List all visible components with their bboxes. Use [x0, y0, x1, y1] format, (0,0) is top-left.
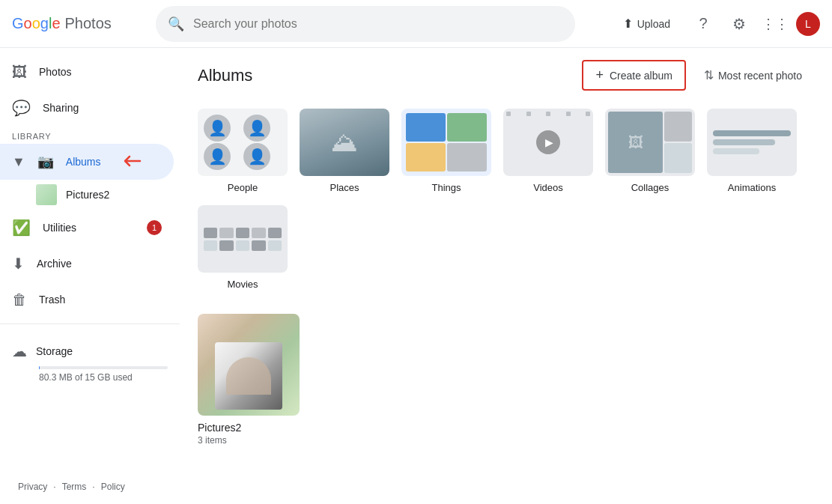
album-cover-pictures2 [198, 314, 300, 416]
sidebar-trash-label: Trash [39, 294, 65, 306]
apps-button[interactable]: ⋮⋮ [760, 9, 790, 39]
things-label: Things [401, 182, 491, 193]
dot-2: · [92, 482, 94, 492]
upload-button[interactable]: ⬆ Upload [611, 10, 682, 37]
search-icon: 🔍 [168, 16, 184, 32]
utilities-badge: 1 [147, 220, 162, 235]
content-area: Albums + Create album ⇅ Most recent phot… [180, 48, 832, 470]
album-card-pictures2[interactable]: Pictures2 3 items [198, 314, 300, 446]
create-album-label: Create album [610, 70, 672, 82]
create-album-button[interactable]: + Create album [582, 60, 686, 91]
sidebar-item-photos[interactable]: 🖼 Photos [0, 54, 174, 90]
privacy-link[interactable]: Privacy [18, 482, 47, 492]
plus-icon: + [595, 67, 604, 83]
sidebar-utilities-label: Utilities [43, 222, 76, 234]
topbar-right: ⬆ Upload ? ⚙ ⋮⋮ L [611, 9, 820, 39]
face-circle-3: 👤 [204, 143, 231, 170]
storage-label: ☁ Storage [12, 342, 168, 360]
help-icon: ? [699, 15, 707, 32]
logo: Google Photos [12, 15, 147, 32]
landscape-icon: ⛰ [331, 127, 358, 158]
trash-icon: 🗑 [12, 291, 27, 309]
dot-1: · [53, 482, 55, 492]
terms-link[interactable]: Terms [62, 482, 87, 492]
sort-icon: ⇅ [704, 68, 714, 82]
places-thumb: ⛰ [300, 109, 389, 176]
upload-label: Upload [637, 18, 670, 30]
arrow-indicator [119, 154, 143, 170]
photos-logo-text: Photos [65, 15, 112, 32]
sidebar-divider [0, 324, 180, 324]
upload-icon: ⬆ [623, 16, 633, 31]
content-header: Albums + Create album ⇅ Most recent phot… [198, 60, 814, 91]
chevron-down-icon: ▼ [12, 154, 25, 170]
category-places[interactable]: ⛰ Places [300, 109, 389, 193]
header-actions: + Create album ⇅ Most recent photo [582, 60, 814, 91]
settings-button[interactable]: ⚙ [724, 9, 754, 39]
category-animations[interactable]: Animations [707, 109, 797, 193]
sidebar-photos-label: Photos [39, 66, 72, 78]
sidebar-item-sharing[interactable]: 💬 Sharing [0, 90, 174, 126]
avatar[interactable]: L [796, 12, 820, 36]
google-logo: Google [12, 15, 61, 32]
collages-thumb: 🖼 [605, 109, 695, 176]
search-input[interactable] [193, 17, 563, 31]
face-circle-4: 👤 [243, 143, 270, 170]
sidebar-sharing-label: Sharing [43, 102, 79, 114]
storage-bar-fill [39, 366, 40, 369]
face-circle-1: 👤 [204, 115, 231, 142]
sidebar-albums-label: Albums [66, 156, 101, 168]
album-categories: 👤 👤 👤 👤 People ⛰ Places [198, 109, 814, 290]
main-layout: 🖼 Photos 💬 Sharing LIBRARY ▼ 📷 Albums Pi… [0, 48, 832, 470]
page-title: Albums [198, 66, 582, 85]
category-things[interactable]: Things [401, 109, 491, 193]
library-section-label: LIBRARY [0, 126, 180, 144]
sidebar-archive-label: Archive [37, 258, 72, 270]
policy-link[interactable]: Policy [101, 482, 125, 492]
face-circle-2: 👤 [243, 115, 270, 142]
sub-album-label: Pictures2 [66, 189, 109, 201]
album-name: Pictures2 [198, 422, 300, 434]
archive-icon: ⬇ [12, 255, 25, 273]
album-count: 3 items [198, 435, 300, 446]
storage-bar [39, 366, 168, 369]
albums-icon: 📷 [37, 154, 54, 170]
sidebar-item-archive[interactable]: ⬇ Archive [0, 246, 174, 282]
category-videos[interactable]: ▶ Videos [503, 109, 593, 193]
category-collages[interactable]: 🖼 Collages [605, 109, 695, 193]
album-thumbnail [36, 184, 57, 205]
user-albums: Pictures2 3 items [198, 314, 814, 446]
topbar: Google Photos 🔍 ⬆ Upload ? ⚙ ⋮⋮ L [0, 0, 832, 48]
movies-thumb [198, 205, 288, 273]
play-icon: ▶ [545, 136, 553, 148]
sidebar-sub-item-pictures2[interactable]: Pictures2 [0, 180, 174, 210]
sidebar-item-utilities[interactable]: ✅ Utilities 1 [0, 210, 174, 246]
help-button[interactable]: ? [688, 9, 718, 39]
category-movies[interactable]: Movies [198, 205, 288, 290]
storage-usage-text: 80.3 MB of 15 GB used [12, 372, 168, 383]
videos-thumb: ▶ [503, 109, 593, 176]
sidebar-item-trash[interactable]: 🗑 Trash [0, 282, 174, 318]
people-thumb: 👤 👤 👤 👤 [198, 109, 288, 176]
animations-label: Animations [707, 182, 797, 193]
gear-icon: ⚙ [732, 15, 746, 33]
collages-label: Collages [605, 182, 695, 193]
animations-thumb [707, 109, 797, 176]
people-label: People [198, 182, 288, 193]
footer: Privacy · Terms · Policy [0, 470, 832, 504]
apps-icon: ⋮⋮ [762, 16, 789, 32]
search-bar: 🔍 [156, 6, 575, 42]
most-recent-button[interactable]: ⇅ Most recent photo [692, 62, 814, 88]
storage-text-label: Storage [36, 345, 73, 357]
videos-label: Videos [503, 182, 593, 193]
utilities-icon: ✅ [12, 219, 31, 237]
sidebar: 🖼 Photos 💬 Sharing LIBRARY ▼ 📷 Albums Pi… [0, 48, 180, 470]
storage-section: ☁ Storage 80.3 MB of 15 GB used [0, 330, 180, 395]
category-people[interactable]: 👤 👤 👤 👤 People [198, 109, 288, 193]
cloud-icon: ☁ [12, 342, 27, 360]
photos-icon: 🖼 [12, 64, 27, 81]
places-label: Places [300, 182, 389, 193]
sidebar-item-albums[interactable]: ▼ 📷 Albums [0, 144, 174, 180]
movies-label: Movies [198, 279, 288, 290]
things-thumb [401, 109, 491, 176]
